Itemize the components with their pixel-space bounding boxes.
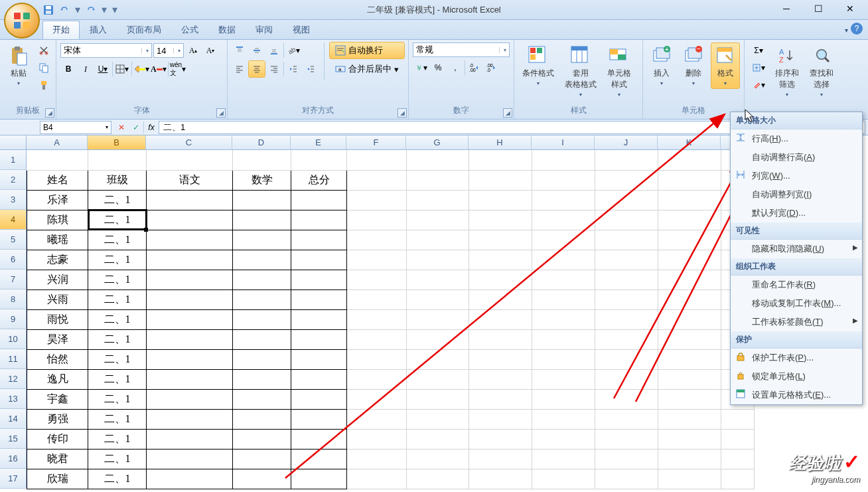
cell-H1[interactable] [469, 150, 532, 170]
cell-C2[interactable]: 语文 [147, 170, 233, 190]
cut-button[interactable] [36, 42, 52, 58]
cell-E11[interactable] [291, 349, 347, 369]
cell-D3[interactable] [233, 190, 291, 210]
cell-J9[interactable] [595, 309, 658, 329]
cell-C14[interactable] [147, 409, 233, 429]
clipboard-launcher[interactable]: ◢ [45, 108, 54, 118]
cell-K8[interactable] [658, 289, 721, 309]
cell-F16[interactable] [347, 449, 407, 469]
cell-A6[interactable]: 志豪 [27, 250, 88, 270]
cell-J8[interactable] [595, 289, 658, 309]
cell-B17[interactable]: 二、1 [88, 469, 147, 489]
cell-J7[interactable] [595, 270, 658, 289]
cell-D14[interactable] [233, 409, 291, 429]
cell-J16[interactable] [595, 449, 658, 469]
cell-J10[interactable] [595, 329, 658, 349]
cell-A10[interactable]: 昊泽 [27, 329, 88, 349]
cell-F8[interactable] [347, 289, 407, 309]
select-all-corner[interactable] [0, 135, 27, 150]
cell-H17[interactable] [469, 469, 532, 489]
cell-A5[interactable]: 曦瑶 [27, 230, 88, 250]
cell-I4[interactable] [532, 210, 595, 230]
row-header-7[interactable]: 7 [0, 270, 27, 289]
cell-A4[interactable]: 陈琪 [27, 210, 88, 230]
cell-D7[interactable] [233, 270, 291, 289]
cell-E15[interactable] [291, 429, 347, 449]
align-top-button[interactable] [232, 42, 248, 58]
cell-E5[interactable] [291, 230, 347, 250]
phonetic-button[interactable]: wén文▾ [170, 61, 186, 77]
cell-K13[interactable] [658, 389, 721, 409]
font-launcher[interactable]: ◢ [216, 108, 226, 118]
cell-I10[interactable] [532, 329, 595, 349]
cell-I12[interactable] [532, 369, 595, 389]
cell-D12[interactable] [233, 369, 291, 389]
autosum-button[interactable]: Σ▾ [749, 42, 768, 58]
comma-button[interactable]: , [447, 60, 463, 76]
menu-item-E[interactable]: 设置单元格格式(E)... [731, 386, 862, 404]
save-icon[interactable] [42, 4, 54, 16]
cell-I2[interactable] [532, 170, 595, 190]
orientation-button[interactable]: ab▾ [285, 42, 301, 58]
grow-font-button[interactable]: A▴ [185, 42, 201, 58]
cell-D9[interactable] [233, 309, 291, 329]
cell-B11[interactable]: 二、1 [88, 349, 147, 369]
row-header-3[interactable]: 3 [0, 190, 27, 210]
cell-D8[interactable] [233, 289, 291, 309]
cell-C15[interactable] [147, 429, 233, 449]
cell-H2[interactable] [469, 170, 532, 190]
row-header-12[interactable]: 12 [0, 369, 27, 389]
tab-home[interactable]: 开始 [42, 21, 80, 39]
menu-item-T[interactable]: 工作表标签颜色(T)▶ [731, 313, 862, 331]
cell-F2[interactable] [347, 170, 407, 190]
cell-H6[interactable] [469, 250, 532, 270]
wrap-text-button[interactable]: 自动换行 [330, 42, 404, 58]
qat-customize[interactable]: ▾ [111, 4, 118, 16]
row-header-6[interactable]: 6 [0, 250, 27, 270]
cell-F17[interactable] [347, 469, 407, 489]
format-painter-button[interactable] [36, 77, 52, 93]
col-header-H[interactable]: H [469, 135, 532, 150]
cell-F14[interactable] [347, 409, 407, 429]
cell-K16[interactable] [658, 449, 721, 469]
cell-B6[interactable]: 二、1 [88, 250, 147, 270]
cell-D11[interactable] [233, 349, 291, 369]
row-header-17[interactable]: 17 [0, 469, 27, 489]
cell-I3[interactable] [532, 190, 595, 210]
cell-E16[interactable] [291, 449, 347, 469]
cell-K12[interactable] [658, 369, 721, 389]
copy-button[interactable] [36, 60, 52, 76]
cell-G4[interactable] [407, 210, 469, 230]
cell-A15[interactable]: 传印 [27, 429, 88, 449]
cell-K11[interactable] [658, 349, 721, 369]
qat-drop2[interactable]: ▾ [101, 4, 108, 16]
cell-F4[interactable] [347, 210, 407, 230]
cell-G15[interactable] [407, 429, 469, 449]
cell-J5[interactable] [595, 230, 658, 250]
cell-H9[interactable] [469, 309, 532, 329]
cell-H3[interactable] [469, 190, 532, 210]
cell-B10[interactable]: 二、1 [88, 329, 147, 349]
fill-color-button[interactable]: ▾ [133, 61, 149, 77]
cell-E4[interactable] [291, 210, 347, 230]
row-header-8[interactable]: 8 [0, 289, 27, 309]
cell-A16[interactable]: 晓君 [27, 449, 88, 469]
menu-item-A[interactable]: 自动调整行高(A) [731, 148, 862, 167]
office-button[interactable] [4, 3, 40, 39]
delete-cells-button[interactable]: − 删除▾ [679, 42, 708, 89]
cell-J11[interactable] [595, 349, 658, 369]
cell-K2[interactable] [658, 170, 721, 190]
cell-G5[interactable] [407, 230, 469, 250]
cell-H10[interactable] [469, 329, 532, 349]
cell-K9[interactable] [658, 309, 721, 329]
cell-K5[interactable] [658, 230, 721, 250]
bold-button[interactable]: B [60, 61, 76, 77]
cell-L15[interactable] [721, 429, 755, 449]
cell-E10[interactable] [291, 329, 347, 349]
tab-data[interactable]: 数据 [208, 21, 246, 39]
find-select-button[interactable]: 查找和 选择▾ [806, 42, 837, 100]
number-format-combo[interactable]: 常规▾ [413, 42, 510, 57]
qat-drop[interactable]: ▾ [74, 4, 81, 16]
cell-F10[interactable] [347, 329, 407, 349]
tab-view[interactable]: 视图 [283, 21, 320, 39]
